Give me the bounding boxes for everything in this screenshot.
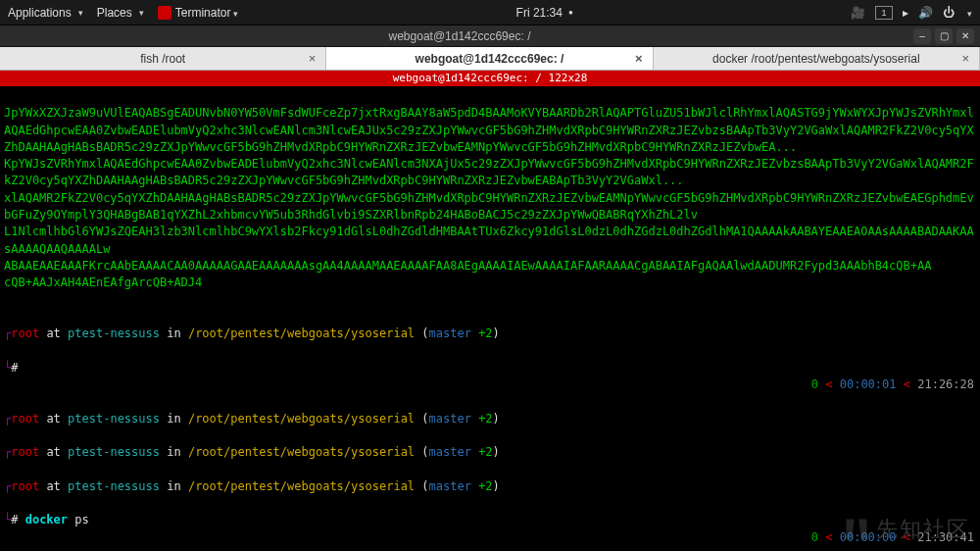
window-maximize-button[interactable]: ▢ bbox=[935, 28, 953, 44]
window-minimize-button[interactable]: – bbox=[913, 28, 931, 44]
elapsed-timer: 0 < 00:00:01 < 21:26:28 bbox=[811, 376, 974, 393]
volume-icon[interactable]: 🔊 bbox=[918, 6, 933, 20]
prompt-line: ┌root at ptest-nessuss in /root/pentest/… bbox=[4, 444, 976, 461]
menu-applications[interactable]: Applications bbox=[8, 6, 83, 20]
window-close-button[interactable]: ✕ bbox=[956, 28, 974, 44]
clock-label[interactable]: Fri 21:34 bbox=[516, 6, 563, 20]
tab-fish-root[interactable]: fish /root × bbox=[0, 47, 326, 70]
terminal-output[interactable]: JpYWxXZXJzaW9uVUlEAQABSgEADUNvbN0YW50VmF… bbox=[0, 86, 980, 549]
base64-blob: JpYWxXZXJzaW9uVUlEAQABSgEADUNvbN0YW50VmF… bbox=[4, 105, 976, 291]
notification-dot-icon: ● bbox=[568, 8, 573, 17]
prompt-line: ┌root at ptest-nessuss in /root/pentest/… bbox=[4, 326, 976, 342]
gnome-top-panel: Applications Places Terminator Fri 21:34… bbox=[0, 0, 980, 25]
network-icon[interactable]: ▸ bbox=[903, 6, 908, 20]
prompt-line: ┌root at ptest-nessuss in /root/pentest/… bbox=[4, 411, 976, 427]
power-icon[interactable]: ⏻ bbox=[943, 6, 955, 20]
command-line: └# docker ps 0 < 00:00:00 < 21:30:41 bbox=[4, 512, 976, 528]
tab-docker[interactable]: docker /root/pentest/webgoats/ysoserial … bbox=[654, 47, 980, 70]
window-title-bar: webgoat@1d142ccc69ec: / – ▢ ✕ bbox=[0, 25, 980, 47]
camera-icon[interactable]: 🎥 bbox=[851, 6, 865, 20]
prompt-continuation: └# 0 < 00:00:01 < 21:26:28 bbox=[4, 360, 976, 376]
elapsed-timer: 0 < 00:00:00 < 21:30:41 bbox=[811, 529, 974, 546]
tab-webgoat[interactable]: webgoat@1d142ccc69ec: / × bbox=[326, 47, 653, 70]
system-menu[interactable] bbox=[964, 6, 972, 20]
terminator-icon bbox=[158, 6, 172, 20]
terminal-tab-strip: fish /root × webgoat@1d142ccc69ec: / × d… bbox=[0, 47, 980, 71]
tab-close-button[interactable]: × bbox=[309, 51, 317, 66]
window-title: webgoat@1d142ccc69ec: / bbox=[6, 29, 913, 43]
tab-close-button[interactable]: × bbox=[635, 51, 643, 66]
prompt-line: ┌root at ptest-nessuss in /root/pentest/… bbox=[4, 478, 976, 495]
terminal-pane-title: webgoat@1d142ccc69ec: / 122x28 bbox=[0, 71, 980, 86]
app-terminator[interactable]: Terminator bbox=[158, 6, 239, 20]
tab-close-button[interactable]: × bbox=[961, 51, 969, 66]
workspace-indicator[interactable]: 1 bbox=[875, 6, 893, 20]
menu-places[interactable]: Places bbox=[97, 6, 144, 20]
